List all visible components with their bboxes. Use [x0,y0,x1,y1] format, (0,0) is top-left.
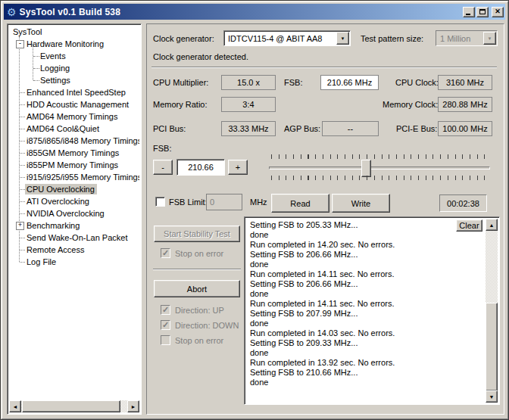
memory-clock-label: Memory Clock: [383,100,438,109]
direction-down-label: Direction: DOWN [175,321,239,330]
fsb-control-label: FSB: [153,144,171,153]
log-line: Setting FSB to 206.66 MHz... [250,250,484,260]
tree-item-amd64-cool-quiet[interactable]: AMD64 Cool&Quiet [9,123,139,135]
minimize-icon [466,14,470,15]
fsb-increase-button[interactable]: + [228,160,248,175]
stop-on-error-checkbox-top[interactable]: ✓ [161,248,170,258]
log-line: Setting FSB to 206.66 MHz... [250,279,484,289]
tree-item-logging[interactable]: Logging [9,62,139,74]
log-line: Run completed in 13.92 sec. No errors. [250,358,484,368]
close-button[interactable]: ✕ [492,7,504,17]
memory-ratio-value: 3:4 [221,97,276,112]
tree-item-hardware-monitoring[interactable]: Hardware Monitoring [9,38,139,50]
scroll-up-button[interactable]: ▲ [486,219,498,231]
tree-item-events[interactable]: Events [9,50,139,62]
log-vertical-scrollbar[interactable]: ▲ ▼ [486,219,498,403]
dropdown-button-disabled: ▼ [483,32,496,45]
tree-item-benchmarking[interactable]: Benchmarking [9,219,139,232]
mhz-unit-label: MHz [250,198,267,207]
log-line: done [250,289,484,299]
clock-generator-label: Clock generator: [153,34,214,43]
clock-generator-value: IDTCV115-4 @ ABIT AA8 [224,31,336,45]
direction-down-checkbox[interactable]: ✓ [161,320,170,330]
fsb-value: 210.66 MHz [320,75,379,90]
tree-item-i855pm-memory-timings[interactable]: i855PM Memory Timings [9,159,139,171]
tree-item-log-file[interactable]: Log File [9,256,139,268]
scroll-left-button[interactable]: ◄ [9,400,21,412]
scroll-down-button[interactable]: ▼ [486,390,498,403]
stop-on-error-label-bottom: Stop on error [175,336,223,345]
log-line: done [250,348,484,358]
slider-ticks-top [271,154,486,159]
fsb-limit-input: 0 [206,194,242,210]
collapse-icon[interactable]: - [16,40,24,48]
clock-generator-select[interactable]: IDTCV115-4 @ ABIT AA8 ▼ [223,30,351,46]
tree-item-systool[interactable]: SysTool [9,26,139,38]
fsb-label: FSB: [284,78,302,87]
direction-up-label: Direction: UP [175,306,224,315]
navigation-tree-panel: SysTool Hardware Monitoring - Events Log… [7,23,142,415]
scroll-down-icon: ▼ [489,394,495,400]
log-line: done [250,319,484,328]
slider-ticks-bottom [271,176,486,180]
tree-item-settings[interactable]: Settings [9,74,139,86]
log-line: done [250,230,484,240]
cpu-multiplier-value: 15.0 x [221,75,276,90]
stop-on-error-checkbox-bottom[interactable] [161,335,170,345]
direction-up-checkbox[interactable]: ✓ [161,305,170,315]
read-button[interactable]: Read [271,194,329,213]
clear-log-button[interactable]: Clear [456,219,482,232]
dropdown-button[interactable]: ▼ [336,32,349,45]
title-bar[interactable]: ⚙ SysTool v0.1 Build 538 ✕ [4,4,505,20]
log-line: Run completed in 14.11 sec. No errors. [250,269,484,279]
tree-item-hdd-acoustic-management[interactable]: HDD Acoustic Management [9,98,139,110]
tree-item-nvidia-overclocking[interactable]: NVIDIA Overclocking [9,207,139,219]
log-line: Setting FSB to 207.99 MHz... [250,309,484,319]
scroll-up-icon: ▲ [489,222,495,228]
tree-item-remote-access[interactable]: Remote Access [9,244,139,256]
test-pattern-size-select: 1 Million ▼ [436,30,498,46]
abort-button[interactable]: Abort [154,280,240,297]
scroll-right-button[interactable]: ► [127,400,139,412]
start-stability-test-button[interactable]: Start Stability Test [154,226,240,242]
log-lines: Setting FSB to 205.33 MHz... done Run co… [246,219,484,403]
slider-thumb[interactable] [361,160,371,177]
tree-item-cpu-overclocking[interactable]: CPU Overclocking [9,183,139,195]
fsb-limit-label: FSB Limit: [169,198,208,207]
fsb-input[interactable]: 210.66 [176,159,225,176]
maximize-button[interactable] [476,7,489,17]
tree-horizontal-scrollbar[interactable]: ◄ ► [9,400,139,412]
log-line: Run completed in 14.20 sec. No errors. [250,240,484,250]
test-pattern-size-value: 1 Million [436,31,482,45]
close-icon: ✕ [495,8,501,15]
pcie-bus-value: 100.00 MHz [438,121,492,136]
tree-item-i875-memory-timings[interactable]: i875/i865/i848 Memory Timings [9,135,139,147]
agp-bus-label: AGP Bus: [284,124,320,133]
cpu-multiplier-label: CPU Multiplier: [153,78,208,87]
stop-on-error-label-top: Stop on error [175,249,223,258]
memory-ratio-label: Memory Ratio: [153,100,208,109]
slider-track[interactable] [269,166,490,170]
cpu-overclocking-panel: Clock generator: IDTCV115-4 @ ABIT AA8 ▼… [146,23,504,415]
log-line: Run completed in 14.11 sec. No errors. [250,299,484,309]
log-line: Run completed in 14.03 sec. No errors. [250,328,484,338]
tree-item-amd64-memory-timings[interactable]: AMD64 Memory Timings [9,110,139,123]
fsb-decrease-button[interactable]: - [153,160,173,175]
expand-icon[interactable]: + [16,222,24,230]
scrollbar-thumb[interactable] [486,303,498,391]
test-pattern-size-label: Test pattern size: [361,34,423,43]
minimize-button[interactable] [463,7,475,17]
navigation-tree: SysTool Hardware Monitoring - Events Log… [9,26,139,412]
fsb-limit-checkbox[interactable] [155,197,165,207]
write-button[interactable]: Write [332,194,390,213]
log-output[interactable]: Setting FSB to 205.33 MHz... done Run co… [244,216,500,405]
tree-item-i915-memory-timings[interactable]: i915/i925/i955 Memory Timings [9,171,139,183]
tree-item-send-wake-on-lan[interactable]: Send Wake-On-Lan Packet [9,232,139,244]
memory-clock-value: 280.88 MHz [438,97,492,112]
tree-item-ati-overclocking[interactable]: ATI Overclocking [9,195,139,207]
log-line: Setting FSB to 209.33 MHz... [250,338,484,348]
tree-item-i855gm-memory-timings[interactable]: i855GM Memory Timings [9,147,139,159]
check-icon: ✓ [162,248,169,257]
tree-item-enhanced-intel-speedstep[interactable]: Enhanced Intel SpeedStep [9,86,139,98]
scrollbar-thumb[interactable] [22,400,120,412]
